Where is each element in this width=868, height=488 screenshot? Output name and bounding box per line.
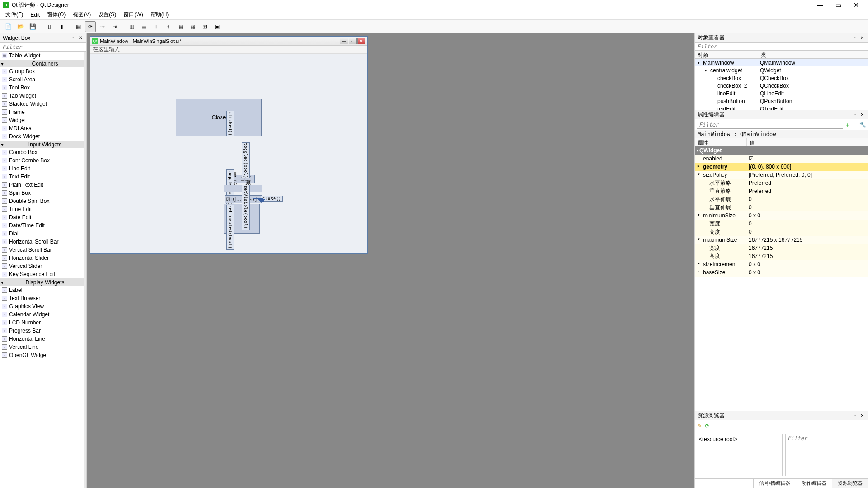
tb-layout-hs[interactable]: ⫴	[151, 21, 161, 32]
widget-item[interactable]: ▫Date Edit	[0, 213, 84, 221]
tb-sendback[interactable]: ▯	[44, 21, 55, 32]
property-row[interactable]: 水平伸展0	[695, 195, 868, 203]
widget-item[interactable]: ▫Graphics View	[0, 302, 84, 310]
object-row[interactable]: ▾MainWindowQMainWindow	[695, 59, 868, 66]
widget-item[interactable]: ▫Scroll Area	[0, 75, 84, 84]
widget-item[interactable]: ▫Text Browser	[0, 294, 84, 302]
chevron-icon[interactable]: ▾	[705, 68, 709, 73]
property-row[interactable]: ▾minimumSize0 x 0	[695, 211, 868, 220]
chevron-icon[interactable]	[704, 228, 708, 236]
widget-item[interactable]: ▫Spin Box	[0, 189, 84, 197]
property-row[interactable]: 高度16777215	[695, 252, 868, 260]
panel-close-button[interactable]: ✕	[77, 35, 84, 41]
property-row[interactable]: ▸baseSize0 x 0	[695, 268, 868, 277]
col-value[interactable]: 值	[747, 138, 868, 146]
form-window[interactable]: Qt MainWindow - MainWinSingalSlot.ui* — …	[90, 36, 368, 254]
menu-settings[interactable]: 设置(S)	[94, 10, 120, 19]
object-inspector-filter[interactable]	[695, 42, 868, 51]
tb-edit-signals[interactable]: ⟳	[85, 21, 96, 32]
widget-box-tree[interactable]: ▦Table Widget ▾Containers▫Group Box▫Scro…	[0, 52, 86, 488]
property-row[interactable]: ▾sizePolicy[Preferred, Preferred, 0, 0]	[695, 171, 868, 179]
resource-tree[interactable]: <resource root>	[697, 434, 783, 476]
property-value[interactable]: 0 x 0	[747, 261, 868, 267]
slot-setvisible-label[interactable]: setVisible(bool)	[242, 185, 250, 230]
form-max-button[interactable]: ▭	[349, 38, 357, 44]
object-row[interactable]: checkBox_2QCheckBox	[695, 82, 868, 89]
widget-item[interactable]: ▫Text Edit	[0, 173, 84, 181]
property-value[interactable]: ☑	[747, 155, 868, 162]
widget-item[interactable]: ▫Vertical Scroll Bar	[0, 246, 84, 254]
property-group[interactable]: ▾ QWidget	[695, 146, 868, 155]
chevron-icon[interactable]	[704, 253, 708, 260]
property-value[interactable]: 0	[747, 229, 868, 235]
widget-item[interactable]: ▫Line Edit	[0, 164, 84, 173]
tb-save[interactable]: 💾	[27, 21, 38, 32]
property-row[interactable]: 水平策略Preferred	[695, 179, 868, 187]
tb-new[interactable]: 📄	[3, 21, 14, 32]
tb-edit-buddies[interactable]: ⇢	[97, 21, 108, 32]
object-row[interactable]: lineEditQLineEdit	[695, 89, 868, 97]
widget-item[interactable]: ▫Double Spin Box	[0, 197, 84, 205]
property-value[interactable]: Preferred	[747, 180, 868, 186]
chevron-icon[interactable]	[698, 155, 702, 162]
reload-icon[interactable]: ⟳	[705, 423, 709, 429]
tb-edit-taborder[interactable]: ⇥	[109, 21, 120, 32]
property-value[interactable]: 16777215	[747, 253, 868, 259]
tb-layout-form[interactable]: ▧	[187, 21, 198, 32]
property-value[interactable]: 16777215	[747, 245, 868, 251]
form-titlebar[interactable]: Qt MainWindow - MainWinSingalSlot.ui* — …	[90, 37, 367, 46]
widget-item[interactable]: ▫Plain Text Edit	[0, 181, 84, 189]
menu-form[interactable]: 窗体(O)	[43, 10, 69, 19]
widget-item[interactable]: ▫Horizontal Scroll Bar	[0, 238, 84, 246]
widget-item[interactable]: ▫Widget	[0, 116, 84, 124]
widget-item[interactable]: ▫Vertical Slider	[0, 262, 84, 270]
widget-category[interactable]: ▾Display Widgets	[0, 278, 84, 286]
wrench-icon[interactable]: 🔧	[859, 122, 866, 128]
property-filter[interactable]	[697, 121, 843, 129]
panel-float-button[interactable]: ▫	[852, 413, 858, 419]
widget-item[interactable]: ▫Font Combo Box	[0, 156, 84, 164]
menu-file[interactable]: 文件(F)	[2, 10, 27, 19]
form-menubar[interactable]: 在这里输入	[90, 46, 367, 54]
property-value[interactable]: 0 x 0	[747, 212, 868, 219]
widget-item[interactable]: ▫Combo Box	[0, 148, 84, 156]
panel-float-button[interactable]: ▫	[852, 112, 858, 118]
widget-item[interactable]: ▫Date/Time Edit	[0, 221, 84, 230]
form-close-button[interactable]: ✕	[357, 38, 365, 44]
tab-signal-slot[interactable]: 信号/槽编辑器	[753, 479, 796, 488]
menu-view[interactable]: 视图(V)	[69, 10, 94, 19]
widget-item[interactable]: ▫Tab Widget	[0, 92, 84, 100]
property-row[interactable]: ▸geometry[(0, 0), 800 x 600]	[695, 163, 868, 171]
chevron-icon[interactable]: ▾	[698, 172, 702, 178]
tb-open[interactable]: 📂	[15, 21, 26, 32]
property-value[interactable]: [(0, 0), 800 x 600]	[747, 164, 868, 170]
tb-layout-grid[interactable]: ▦	[175, 21, 186, 32]
property-row[interactable]: ▸sizeIncrement0 x 0	[695, 260, 868, 268]
chevron-icon[interactable]	[704, 244, 708, 252]
widget-category[interactable]: ▾Input Widgets	[0, 141, 84, 148]
property-value[interactable]: Preferred	[747, 188, 868, 194]
tb-layout-h[interactable]: ▥	[126, 21, 137, 32]
tb-adjust-size[interactable]: ▣	[212, 21, 222, 32]
widget-item[interactable]: ▫Group Box	[0, 67, 84, 75]
widget-item[interactable]: ▫Horizontal Slider	[0, 254, 84, 262]
widget-item[interactable]: ▫OpenGL Widget	[0, 351, 84, 359]
widget-category[interactable]: ▾Containers	[0, 60, 84, 67]
col-object[interactable]: 对象	[695, 51, 758, 58]
close-button[interactable]: ✕	[847, 0, 865, 9]
chevron-icon[interactable]	[704, 188, 708, 195]
col-class[interactable]: 类	[758, 51, 868, 58]
property-row[interactable]: 高度0	[695, 228, 868, 236]
chevron-icon[interactable]: ▾	[698, 61, 702, 65]
panel-float-button[interactable]: ▫	[852, 35, 858, 41]
chevron-icon[interactable]: ▸	[698, 261, 702, 267]
chevron-icon[interactable]: ▾	[698, 237, 702, 243]
menu-window[interactable]: 窗口(W)	[120, 10, 146, 19]
property-value[interactable]: [Preferred, Preferred, 0, 0]	[747, 172, 868, 178]
object-row[interactable]: ▾centralwidgetQWidget	[695, 66, 868, 74]
canvas-area[interactable]: Qt MainWindow - MainWinSingalSlot.ui* — …	[87, 33, 694, 488]
remove-property-icon[interactable]: —	[852, 122, 858, 128]
property-value[interactable]: 0	[747, 204, 868, 211]
tb-break-layout[interactable]: ⊞	[199, 21, 210, 32]
minimize-button[interactable]: —	[811, 0, 829, 9]
